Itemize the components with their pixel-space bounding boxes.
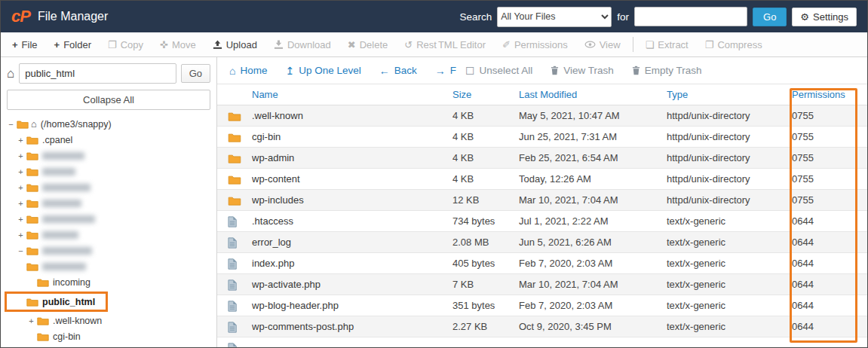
tree-item-cpanel[interactable]: + .cpanel — [7, 132, 216, 148]
html-editor-button[interactable]: TML Editor — [437, 32, 494, 56]
folder-icon — [26, 298, 38, 307]
path-go-button[interactable]: Go — [181, 64, 210, 83]
move-button[interactable]: ✜Move — [152, 32, 204, 56]
tree-expand-toggle[interactable]: + — [17, 199, 25, 208]
permissions-button[interactable]: ✐Permissions — [494, 32, 576, 56]
file-name[interactable]: wp-includes — [252, 194, 452, 206]
upload-button[interactable]: Upload — [204, 32, 265, 56]
tree-item-public-html[interactable]: public_html — [7, 294, 106, 310]
restore-button[interactable]: ↺Rest — [396, 32, 437, 56]
file-name[interactable]: cgi-bin — [252, 131, 452, 142]
table-row[interactable]: .htaccess 734 bytes Jul 1, 2021, 2:22 AM… — [217, 211, 867, 232]
delete-button[interactable]: ✖Delete — [339, 32, 396, 56]
tree-expand-toggle[interactable]: + — [17, 230, 25, 240]
folder-icon — [26, 262, 38, 271]
folder-icon — [37, 278, 49, 287]
forward-arrow-icon: → — [435, 66, 446, 76]
file-name[interactable]: wp-activate.php — [252, 279, 452, 290]
view-button[interactable]: View — [576, 32, 629, 56]
file-rows: .well-known 4 KB May 5, 2021, 10:47 AM h… — [217, 105, 867, 348]
top-bar: cP File Manager Search All Your Files fo… — [1, 1, 867, 32]
tree-expand-toggle[interactable]: + — [17, 151, 25, 160]
header-last-modified[interactable]: Last Modified — [519, 89, 667, 100]
empty-trash-link[interactable]: Empty Trash — [632, 65, 702, 76]
table-row[interactable]: wp-comments-post.php 2.27 KB Oct 9, 2020… — [217, 316, 867, 337]
tree-collapse-toggle[interactable]: − — [17, 246, 25, 255]
extract-button[interactable]: ❏Extract — [637, 32, 697, 56]
table-row[interactable]: .well-known 4 KB May 5, 2021, 10:47 AM h… — [217, 105, 867, 127]
tree-item-redacted[interactable]: − — [7, 243, 216, 258]
tree-item-redacted[interactable] — [7, 258, 216, 274]
move-icon: ✜ — [160, 40, 168, 50]
table-row[interactable]: cgi-bin 4 KB Jun 25, 2021, 7:31 AM httpd… — [217, 127, 867, 148]
tree-item-redacted[interactable]: + — [7, 163, 216, 179]
file-name[interactable]: .well-known — [252, 110, 452, 121]
file-type: httpd/unix-directory — [667, 110, 792, 121]
search-area: Search All Your Files for Go ⚙Settings — [459, 7, 857, 27]
file-type: text/x-generic — [667, 215, 792, 227]
new-folder-button[interactable]: +Folder — [46, 32, 100, 56]
tree-item-redacted[interactable]: + — [7, 148, 216, 163]
tree-expand-toggle[interactable]: + — [17, 215, 25, 224]
table-row[interactable]: error_log 2.08 MB Jun 5, 2021, 6:26 AM t… — [217, 232, 867, 253]
header-type[interactable]: Type — [667, 89, 792, 100]
sidebar-path-controls: ⌂ Go — [1, 57, 216, 85]
settings-button[interactable]: ⚙Settings — [792, 8, 857, 26]
table-row[interactable]: wp-blog-header.php 351 bytes Feb 7, 2020… — [217, 295, 867, 316]
file-name[interactable]: wp-content — [252, 173, 452, 185]
tree-expand-toggle[interactable]: + — [27, 316, 35, 325]
download-button[interactable]: Download — [265, 32, 339, 56]
tree-item-redacted[interactable]: + — [7, 211, 216, 227]
file-name[interactable]: wp-comments-post.php — [252, 321, 452, 332]
header-name[interactable]: Name — [252, 89, 452, 100]
permissions-label: Permissions — [514, 39, 568, 50]
file-permissions: 0755 — [792, 110, 861, 121]
header-permissions[interactable]: Permissions — [792, 89, 861, 100]
tree-item-root[interactable]: − ⌂ (/home3/snappy) — [7, 116, 216, 132]
tree-collapse-toggle[interactable]: − — [7, 120, 15, 129]
up-one-level-link[interactable]: ↥Up One Level — [285, 65, 360, 76]
new-folder-label: Folder — [63, 39, 91, 50]
file-name[interactable]: error_log — [252, 237, 452, 248]
file-permissions: 0644 — [792, 321, 861, 332]
tree-item-well-known[interactable]: + .well-known — [7, 313, 216, 328]
file-name[interactable]: index.php — [252, 258, 452, 269]
table-row[interactable]: index.php 405 bytes Feb 7, 2020, 2:03 AM… — [217, 253, 867, 274]
table-row[interactable]: wp-activate.php 7 KB Mar 10, 2021, 7:04 … — [217, 274, 867, 295]
unselect-all-link[interactable]: ☐Unselect All — [465, 65, 532, 76]
search-input[interactable] — [634, 7, 747, 26]
copy-button[interactable]: ❐Copy — [100, 32, 152, 56]
tree-expand-toggle[interactable]: + — [17, 167, 25, 176]
file-name[interactable]: wp-blog-header.php — [252, 300, 452, 311]
back-link[interactable]: ←Back — [379, 65, 417, 76]
path-input[interactable] — [19, 63, 176, 84]
tree-expand-toggle[interactable]: + — [17, 183, 25, 192]
home-link[interactable]: ⌂Home — [229, 65, 267, 76]
file-name[interactable]: .htaccess — [252, 215, 452, 227]
new-file-button[interactable]: +File — [4, 32, 46, 56]
tree-item-incoming[interactable]: incoming — [7, 274, 216, 290]
home-icon[interactable]: ⌂ — [7, 66, 14, 81]
forward-link[interactable]: →F — [435, 65, 456, 76]
tree-item-redacted[interactable]: + — [7, 179, 216, 195]
collapse-all-button[interactable]: Collapse All — [7, 90, 210, 110]
tree-item-redacted[interactable]: + — [7, 227, 216, 243]
table-row[interactable]: wp-content 4 KB Today, 12:26 AM httpd/un… — [217, 169, 867, 190]
header-size[interactable]: Size — [452, 89, 519, 100]
tree-item-redacted[interactable]: + — [7, 195, 216, 211]
tree-expand-toggle[interactable]: + — [17, 136, 25, 145]
file-size: 351 bytes — [452, 300, 519, 311]
table-row-partial[interactable] — [217, 337, 867, 348]
back-label: Back — [394, 65, 417, 76]
search-scope-select[interactable]: All Your Files — [497, 7, 612, 27]
file-name[interactable]: wp-admin — [252, 152, 452, 163]
view-trash-link[interactable]: View Trash — [551, 65, 614, 76]
table-row[interactable]: wp-includes 12 KB Mar 10, 2021, 7:04 AM … — [217, 190, 867, 211]
search-go-button[interactable]: Go — [753, 8, 787, 26]
table-row[interactable]: wp-admin 4 KB Feb 25, 2021, 6:54 AM http… — [217, 148, 867, 169]
file-permissions: 0644 — [792, 300, 861, 311]
settings-label: Settings — [813, 11, 848, 23]
back-arrow-icon: ← — [379, 66, 390, 76]
tree-item-cgi-bin[interactable]: cgi-bin — [7, 328, 216, 344]
compress-button[interactable]: ❐Compress — [697, 32, 771, 56]
